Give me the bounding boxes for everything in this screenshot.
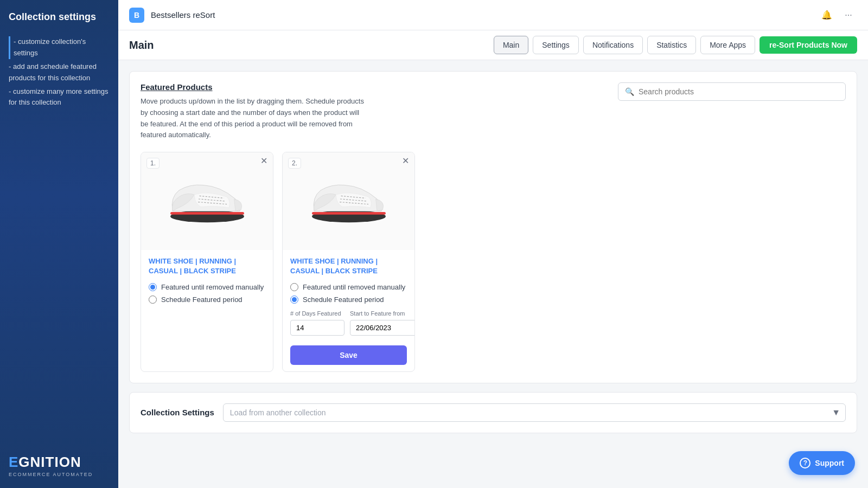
sidebar-nav: - customize collection's settings - add … xyxy=(9,36,110,443)
schedule-inputs xyxy=(290,320,407,336)
support-button[interactable]: ? Support xyxy=(789,451,855,475)
app-name: Bestsellers reSort xyxy=(151,10,812,20)
featured-products-card: Featured Products Move products up/down … xyxy=(129,71,857,383)
page-title: Main xyxy=(129,39,154,52)
product-2-radio-manual-input[interactable] xyxy=(290,283,298,291)
product-2-close-button[interactable]: ✕ xyxy=(402,157,409,165)
main-content: B Bestsellers reSort 🔔 ··· Main Main Set… xyxy=(118,0,868,488)
days-label: # of Days Featured xyxy=(290,310,344,317)
product-card-1: 1. ✕ xyxy=(141,152,273,371)
collection-settings-card: Collection Settings Load from another co… xyxy=(129,392,857,433)
tab-more-apps[interactable]: More Apps xyxy=(700,36,755,54)
product-1-radio-schedule-label: Schedule Featured period xyxy=(161,296,242,304)
nav-row: Main Main Settings Notifications Statist… xyxy=(118,30,868,60)
featured-info: Featured Products Move products up/down … xyxy=(141,82,368,141)
product-1-radio-schedule-input[interactable] xyxy=(149,296,157,304)
brand-rest: GNITION xyxy=(18,454,81,470)
product-1-number: 1. xyxy=(146,158,159,169)
product-2-radio-schedule-input[interactable] xyxy=(290,296,298,304)
product-2-image xyxy=(283,152,414,250)
product-2-info: WHITE SHOE | RUNNING | CASUAL | BLACK ST… xyxy=(283,250,414,371)
svg-rect-1 xyxy=(170,212,244,215)
start-date-input[interactable] xyxy=(350,320,415,336)
product-2-radio-group: Featured until removed manually Schedule… xyxy=(290,283,407,304)
search-input[interactable] xyxy=(639,87,839,96)
sidebar-item-add-products[interactable]: - add and schedule featured products for… xyxy=(9,61,110,84)
product-2-radio-schedule[interactable]: Schedule Featured period xyxy=(290,296,407,304)
sidebar: Collection settings - customize collecti… xyxy=(0,0,118,488)
search-icon: 🔍 xyxy=(625,87,634,96)
featured-desc: Move products up/down in the list by dra… xyxy=(141,96,368,141)
bell-icon: 🔔 xyxy=(821,10,832,20)
brand-name: EGNITION xyxy=(9,454,110,471)
product-2-radio-manual-label: Featured until removed manually xyxy=(303,283,405,291)
ellipsis-icon: ··· xyxy=(845,10,852,20)
sidebar-item-more-settings[interactable]: - customize many more settings for this … xyxy=(9,86,110,109)
brand-e: E xyxy=(9,454,18,470)
featured-header: Featured Products Move products up/down … xyxy=(141,82,846,141)
collection-select[interactable]: Load from another collection xyxy=(223,403,846,422)
product-2-radio-manual[interactable]: Featured until removed manually xyxy=(290,283,407,291)
product-2-radio-schedule-label: Schedule Featured period xyxy=(303,296,384,304)
product-2-number: 2. xyxy=(288,158,301,169)
product-1-radio-schedule[interactable]: Schedule Featured period xyxy=(149,296,265,304)
featured-title: Featured Products xyxy=(141,82,368,92)
save-button[interactable]: Save xyxy=(290,345,407,365)
product-1-info: WHITE SHOE | RUNNING | CASUAL | BLACK ST… xyxy=(141,250,273,310)
product-1-radio-manual[interactable]: Featured until removed manually xyxy=(149,283,265,291)
support-label: Support xyxy=(815,459,844,467)
resort-products-button[interactable]: re-Sort Products Now xyxy=(760,36,857,54)
schedule-labels: # of Days Featured Start to Feature from xyxy=(290,310,407,317)
brand-logo: EGNITION ECOMMERCE AUTOMATED xyxy=(9,454,110,477)
product-1-close-button[interactable]: ✕ xyxy=(260,157,267,165)
sidebar-item-customize-settings[interactable]: - customize collection's settings xyxy=(9,36,110,59)
product-card-2: 2. ✕ xyxy=(282,152,415,371)
date-label: Start to Feature from xyxy=(350,310,405,317)
topbar-icons: 🔔 ··· xyxy=(818,7,857,24)
notification-icon-btn[interactable]: 🔔 xyxy=(818,7,835,24)
tab-settings[interactable]: Settings xyxy=(533,36,579,54)
topbar: B Bestsellers reSort 🔔 ··· xyxy=(118,0,868,30)
products-grid: 1. ✕ xyxy=(141,152,846,371)
sidebar-title: Collection settings xyxy=(9,11,110,23)
days-featured-input[interactable] xyxy=(290,320,344,336)
support-icon: ? xyxy=(800,458,810,468)
product-1-radio-manual-label: Featured until removed manually xyxy=(161,283,264,291)
product-1-radio-group: Featured until removed manually Schedule… xyxy=(149,283,265,304)
product-1-radio-manual-input[interactable] xyxy=(149,283,157,291)
collection-select-wrap: Load from another collection ▼ xyxy=(223,403,846,422)
shoe-image-1 xyxy=(164,174,251,228)
product-1-image xyxy=(141,152,273,250)
tab-statistics[interactable]: Statistics xyxy=(647,36,696,54)
svg-rect-6 xyxy=(312,212,386,215)
sidebar-brand: EGNITION ECOMMERCE AUTOMATED xyxy=(9,443,110,477)
brand-subtitle: ECOMMERCE AUTOMATED xyxy=(9,472,110,477)
tab-notifications[interactable]: Notifications xyxy=(583,36,643,54)
product-1-name: WHITE SHOE | RUNNING | CASUAL | BLACK ST… xyxy=(149,256,265,276)
collection-settings-label: Collection Settings xyxy=(141,408,214,417)
more-options-btn[interactable]: ··· xyxy=(840,7,857,24)
shoe-image-2 xyxy=(305,174,392,228)
product-2-name: WHITE SHOE | RUNNING | CASUAL | BLACK ST… xyxy=(290,256,407,276)
tab-main[interactable]: Main xyxy=(494,36,528,54)
schedule-fields: # of Days Featured Start to Feature from… xyxy=(290,310,407,365)
search-box: 🔍 xyxy=(618,82,846,101)
app-icon: B xyxy=(129,8,144,23)
content-area: Featured Products Move products up/down … xyxy=(118,60,868,488)
